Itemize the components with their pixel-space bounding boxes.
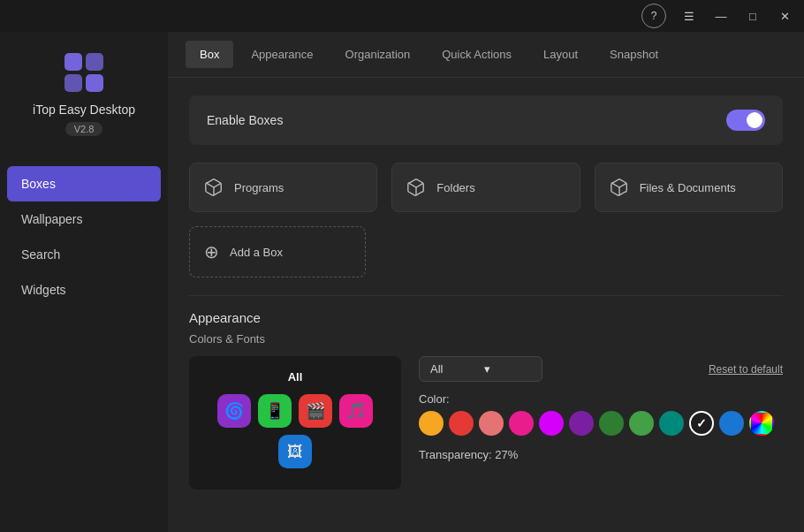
color-swatch-rainbow[interactable] <box>749 411 774 436</box>
add-circle-icon: ⊕ <box>204 241 219 262</box>
menu-button[interactable]: ☰ <box>673 2 705 30</box>
preview-icon-0: 🌀 <box>217 394 251 428</box>
folders-box[interactable]: Folders <box>391 163 580 212</box>
sidebar-item-search[interactable]: Search <box>0 237 168 272</box>
enable-boxes-row: Enable Boxes <box>189 95 783 145</box>
svg-rect-1 <box>86 53 103 71</box>
content-body: Enable Boxes Programs <box>168 78 804 532</box>
tab-layout[interactable]: Layout <box>529 41 592 68</box>
tab-appearance[interactable]: Appearance <box>237 41 327 68</box>
svg-rect-0 <box>64 53 82 71</box>
appearance-row: All 🌀 📱 🎬 🎵 🖼 <box>189 356 783 490</box>
preview-icon-3: 🎵 <box>339 394 373 428</box>
section-divider <box>189 295 783 296</box>
sidebar-item-boxes[interactable]: Boxes <box>7 166 161 201</box>
color-label: Color: <box>419 392 783 406</box>
controls-panel: All ▾ Reset to default Color: <box>419 356 783 462</box>
add-box-label: Add a Box <box>230 246 283 259</box>
app-logo-icon <box>61 49 107 95</box>
svg-rect-2 <box>64 74 82 92</box>
programs-box[interactable]: Programs <box>189 163 377 212</box>
color-swatch-blue[interactable] <box>719 411 744 436</box>
color-swatch-green-dark[interactable] <box>599 411 624 436</box>
chevron-down-icon: ▾ <box>484 362 531 376</box>
folders-label: Folders <box>436 181 474 194</box>
reset-to-default-link[interactable]: Reset to default <box>709 363 783 376</box>
files-documents-box[interactable]: Files & Documents <box>595 163 783 212</box>
svg-rect-3 <box>86 74 103 92</box>
close-button[interactable]: ✕ <box>769 2 800 30</box>
color-section: Color: <box>419 392 783 436</box>
tab-bar: BoxAppearanceOrganizationQuick ActionsLa… <box>168 32 804 78</box>
preview-icon-2: 🎬 <box>299 394 332 428</box>
preview-icon-4: 🖼 <box>278 435 312 468</box>
dropdown-value: All <box>430 362 477 376</box>
sidebar-item-widgets[interactable]: Widgets <box>0 272 168 308</box>
programs-label: Programs <box>234 181 284 194</box>
color-swatch-purple[interactable] <box>569 411 594 436</box>
preview-icons-row-1: 🌀 📱 🎬 🎵 <box>217 394 373 428</box>
appearance-section: Appearance Colors & Fonts All 🌀 📱 🎬 🎵 <box>189 310 783 490</box>
enable-boxes-label: Enable Boxes <box>207 113 283 127</box>
color-swatch-red-light[interactable] <box>479 411 504 436</box>
preview-title: All <box>288 370 303 384</box>
color-swatches: ✓ <box>419 411 783 436</box>
sidebar: iTop Easy Desktop V2.8 BoxesWallpapersSe… <box>0 32 168 532</box>
add-box-button[interactable]: ⊕ Add a Box <box>189 226 366 277</box>
folders-icon <box>406 178 426 197</box>
tab-snapshot[interactable]: Snapshot <box>595 41 672 68</box>
enable-boxes-toggle[interactable] <box>726 110 765 131</box>
colors-fonts-title: Colors & Fonts <box>189 332 783 346</box>
content-area: BoxAppearanceOrganizationQuick ActionsLa… <box>168 32 804 532</box>
sidebar-item-wallpapers[interactable]: Wallpapers <box>0 201 168 237</box>
controls-top-row: All ▾ Reset to default <box>419 356 783 382</box>
color-swatch-black[interactable]: ✓ <box>689 411 714 436</box>
toggle-thumb <box>747 112 762 128</box>
nav-items: BoxesWallpapersSearchWidgets <box>0 166 168 308</box>
version-badge: V2.8 <box>65 122 103 136</box>
appearance-title: Appearance <box>189 310 783 325</box>
transparency-label: Transparency: 27% <box>419 448 518 461</box>
box-items-row: Programs Folders Files <box>189 163 783 212</box>
titlebar: ? ☰ — □ ✕ <box>0 0 804 32</box>
color-swatch-magenta[interactable] <box>539 411 564 436</box>
color-swatch-pink[interactable] <box>509 411 534 436</box>
tab-organization[interactable]: Organization <box>331 41 425 68</box>
all-dropdown[interactable]: All ▾ <box>419 356 542 382</box>
preview-icon-1: 📱 <box>258 394 292 428</box>
preview-box: All 🌀 📱 🎬 🎵 🖼 <box>189 356 401 490</box>
tab-box[interactable]: Box <box>186 41 233 68</box>
color-swatch-red-dark[interactable] <box>449 411 474 436</box>
logo-container: iTop Easy Desktop V2.8 <box>33 49 135 136</box>
help-button[interactable]: ? <box>641 4 666 28</box>
main-layout: iTop Easy Desktop V2.8 BoxesWallpapersSe… <box>0 32 804 532</box>
minimize-button[interactable]: — <box>705 2 737 30</box>
programs-icon <box>204 178 224 197</box>
files-documents-icon <box>610 178 629 197</box>
color-swatch-green[interactable] <box>629 411 654 436</box>
color-swatch-teal[interactable] <box>659 411 684 436</box>
maximize-button[interactable]: □ <box>737 2 769 30</box>
tab-quick-actions[interactable]: Quick Actions <box>428 41 526 68</box>
transparency-section: Transparency: 27% <box>419 446 783 462</box>
color-swatch-orange[interactable] <box>419 411 444 436</box>
app-name: iTop Easy Desktop <box>33 103 135 117</box>
preview-icons-row-2: 🖼 <box>278 435 312 468</box>
files-documents-label: Files & Documents <box>640 181 736 194</box>
